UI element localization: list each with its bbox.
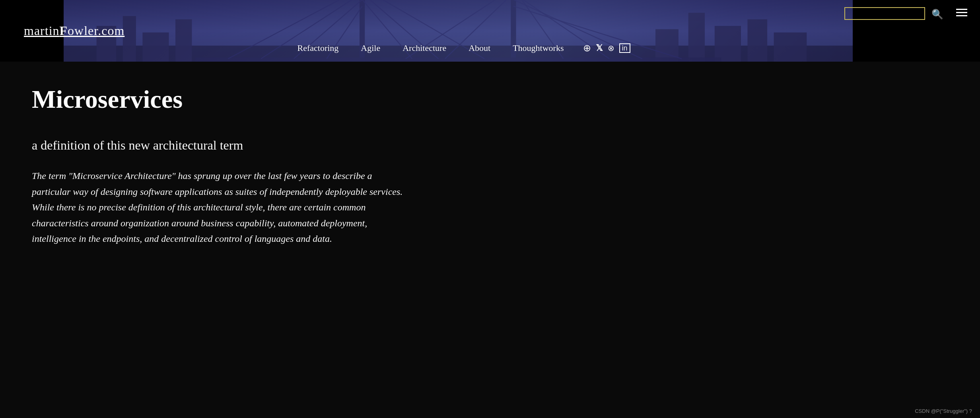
search-input[interactable]: [844, 7, 925, 20]
body-paragraph: The term "Microservice Architecture" has…: [32, 168, 406, 247]
menu-bar-2: [956, 12, 967, 13]
site-logo[interactable]: martinFowler.com: [24, 23, 124, 38]
search-icon: 🔍: [931, 9, 943, 19]
menu-bar-3: [956, 15, 967, 16]
nav-architecture[interactable]: Architecture: [391, 43, 457, 53]
site-header: martinFowler.com Refactoring Agile Archi…: [0, 0, 980, 62]
rss-icon[interactable]: ⊕: [583, 43, 591, 54]
nav-about[interactable]: About: [457, 43, 502, 53]
logo-bold-f: F: [60, 23, 68, 38]
attribution-text: CSDN @P("Struggler") ?: [915, 408, 972, 414]
linkedin-icon[interactable]: in: [619, 43, 630, 53]
hamburger-menu-button[interactable]: [953, 7, 970, 18]
top-right-controls: 🔍: [853, 0, 980, 62]
social-icons-group: ⊕ 𝕏 ⊗ in: [583, 43, 630, 54]
search-button[interactable]: 🔍: [928, 7, 947, 21]
mastodon-icon[interactable]: ⊗: [608, 43, 614, 53]
nav-container: Refactoring Agile Architecture About Tho…: [64, 43, 853, 62]
main-content: Microservices a definition of this new a…: [0, 62, 438, 271]
main-nav: Refactoring Agile Architecture About Tho…: [286, 43, 630, 54]
page-title: Microservices: [32, 86, 406, 113]
nav-thoughtworks[interactable]: Thoughtworks: [502, 43, 575, 53]
nav-refactoring[interactable]: Refactoring: [286, 43, 350, 53]
page-subtitle: a definition of this new architectural t…: [32, 137, 406, 154]
twitter-icon[interactable]: 𝕏: [596, 43, 603, 53]
menu-bar-1: [956, 9, 967, 10]
nav-agile[interactable]: Agile: [350, 43, 391, 53]
